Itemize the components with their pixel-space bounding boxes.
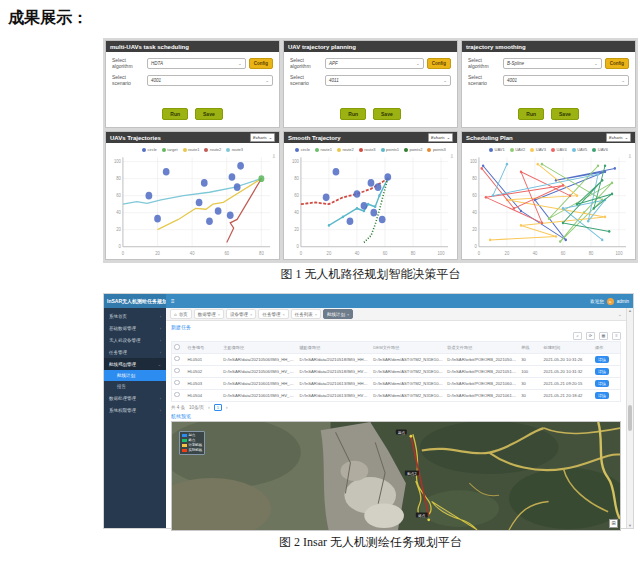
close-icon[interactable]: × <box>250 312 252 317</box>
tab[interactable]: 数据管理× <box>194 309 224 319</box>
run-button[interactable]: Run <box>162 108 188 120</box>
close-icon[interactable]: × <box>347 312 349 317</box>
waypoint-label[interactable]: 终点 <box>416 513 427 518</box>
avatar[interactable]: a <box>607 298 614 305</box>
legend-item[interactable]: route1 <box>315 147 332 152</box>
download-icon[interactable]: ⇩ <box>272 153 276 159</box>
row-checkbox[interactable] <box>174 368 180 374</box>
scenario-select[interactable]: 4001⌄ <box>147 75 273 86</box>
waypoint-label[interactable]: 航点2 <box>405 471 418 476</box>
legend-item[interactable]: target <box>162 147 178 152</box>
legend-item[interactable]: UAV5 <box>572 147 588 152</box>
new-task-link[interactable]: 新建任务 <box>171 324 621 330</box>
pagination-page[interactable]: 1 <box>214 404 222 411</box>
save-button[interactable]: Save <box>195 108 223 120</box>
columns-icon[interactable]: ▦ <box>599 332 608 340</box>
column-header[interactable] <box>172 342 185 353</box>
column-header[interactable]: 主影像路径 <box>221 342 297 353</box>
scrollbar[interactable]: ▲ ▼ <box>626 308 633 528</box>
legend-item[interactable]: circle <box>142 147 157 152</box>
config-button[interactable]: Config <box>427 58 451 69</box>
username[interactable]: admin <box>617 299 629 304</box>
legend-item[interactable]: UAV6 <box>592 147 608 152</box>
legend-item[interactable]: route2 <box>337 147 354 152</box>
legend-item[interactable]: points3 <box>427 147 445 152</box>
sidebar-item[interactable]: 数据处理管理› <box>104 392 166 404</box>
settings-icon[interactable]: ≡ <box>612 332 621 340</box>
legend-item[interactable]: points1 <box>381 147 399 152</box>
download-icon[interactable]: ⇩ <box>628 153 632 159</box>
scenario-select[interactable]: 4001⌄ <box>503 75 629 86</box>
legend-item[interactable]: UAV1 <box>489 147 505 152</box>
sidebar-subitem[interactable]: 报告 <box>104 381 166 392</box>
close-icon[interactable]: × <box>218 312 220 317</box>
legend-item[interactable]: route3 <box>359 147 376 152</box>
config-button[interactable]: Config <box>605 58 629 69</box>
algorithm-select[interactable]: B-Spline⌄ <box>503 58 602 69</box>
menu-toggle-icon[interactable]: ≡ <box>171 298 175 304</box>
legend-item[interactable]: points2 <box>404 147 422 152</box>
chart-type-select[interactable]: Echarts⌄ <box>428 133 453 142</box>
waypoint-label[interactable]: 起点 <box>396 430 407 435</box>
detail-button[interactable]: 详情 <box>595 392 609 399</box>
legend-item[interactable]: route2 <box>204 147 221 152</box>
save-button[interactable]: Save <box>551 108 579 120</box>
chart-type-select[interactable]: Echarts⌄ <box>606 133 631 142</box>
row-checkbox[interactable] <box>174 392 180 398</box>
run-button[interactable]: Run <box>340 108 366 120</box>
close-icon[interactable]: × <box>315 312 317 317</box>
detail-button[interactable]: 详情 <box>595 368 609 375</box>
sidebar-item[interactable]: 系统权限管理› <box>104 404 166 416</box>
column-header[interactable]: 基线 <box>519 342 541 353</box>
sidebar-subitem[interactable]: 航线计划 <box>104 370 166 381</box>
tab[interactable]: 任务管理× <box>258 309 288 319</box>
table-row[interactable]: HL0502D:/InSAR/data/20210506/IMG_HV_mast… <box>172 365 620 377</box>
legend-item[interactable]: UAV3 <box>530 147 546 152</box>
scroll-thumb[interactable] <box>628 405 632 431</box>
table-row[interactable]: HL0504D:/InSAR/data/20210601/IMG_HV_mast… <box>172 389 620 401</box>
sidebar-item[interactable]: 基础数据管理› <box>104 322 166 334</box>
save-button[interactable]: Save <box>373 108 401 120</box>
table-row[interactable]: HL0501D:/InSAR/data/20210506/IMG_HH_mast… <box>172 353 620 365</box>
scroll-up-icon[interactable]: ▲ <box>628 308 632 313</box>
pagination-prev[interactable]: ‹ <box>208 405 210 410</box>
close-icon[interactable]: × <box>282 312 284 317</box>
detail-button[interactable]: 详情 <box>595 380 609 387</box>
sidebar-item[interactable]: 无人机设备管理› <box>104 334 166 346</box>
algorithm-select[interactable]: APF⌄ <box>325 58 424 69</box>
search-icon[interactable]: ⌕ <box>573 332 582 340</box>
pagination-per-page[interactable]: 10条/页 <box>189 405 204 410</box>
tab[interactable]: 任务列表× <box>291 309 321 319</box>
config-button[interactable]: Config <box>249 58 273 69</box>
row-checkbox[interactable] <box>174 356 180 362</box>
row-checkbox[interactable] <box>174 380 180 386</box>
tab[interactable]: 设备管理× <box>226 309 256 319</box>
column-header[interactable]: DEM文件路径 <box>371 342 445 353</box>
algorithm-select[interactable]: HDTA⌄ <box>147 58 246 69</box>
select-all-checkbox[interactable] <box>174 344 180 350</box>
chart-type-select[interactable]: Echarts⌄ <box>250 133 275 142</box>
detail-button[interactable]: 详情 <box>595 356 609 363</box>
table-row[interactable]: HL0503D:/InSAR/data/20210601/IMG_HH_mast… <box>172 377 620 389</box>
tab-home[interactable]: ⌂首页 <box>170 309 192 319</box>
legend-item[interactable]: UAV2 <box>510 147 526 152</box>
tabs-more-icon[interactable]: ⌄ <box>618 311 622 317</box>
legend-item[interactable]: route1 <box>183 147 200 152</box>
legend-item[interactable]: circle <box>295 147 310 152</box>
column-header[interactable]: 操作 <box>593 342 620 353</box>
legend-item[interactable]: UAV4 <box>551 147 567 152</box>
scenario-select[interactable]: 4011⌄ <box>325 75 451 86</box>
download-icon[interactable]: ⇩ <box>450 153 454 159</box>
pagination-next[interactable]: › <box>226 405 228 410</box>
refresh-icon[interactable]: ⟳ <box>586 332 595 340</box>
column-header[interactable]: 创建时间 <box>542 342 594 353</box>
run-button[interactable]: Run <box>518 108 544 120</box>
column-header[interactable]: 辅影像路径 <box>297 342 371 353</box>
legend-item[interactable]: route3 <box>226 147 243 152</box>
sidebar-item[interactable]: 系统首页› <box>104 310 166 322</box>
sidebar-item[interactable]: 航线规划管理⌄ <box>104 358 166 370</box>
sidebar-item[interactable]: 任务管理› <box>104 346 166 358</box>
scroll-down-icon[interactable]: ▼ <box>628 523 632 528</box>
column-header[interactable]: 轨道文件路径 <box>445 342 519 353</box>
fullscreen-icon[interactable]: ⊞ <box>609 519 618 528</box>
